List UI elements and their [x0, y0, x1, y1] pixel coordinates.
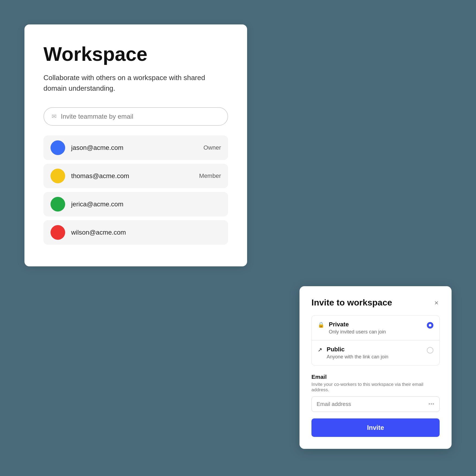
workspace-title: Workspace	[43, 43, 228, 65]
option-text: PublicAnyone with the link can join	[327, 346, 423, 360]
option-label: Public	[327, 346, 423, 353]
privacy-options: 🔒PrivateOnly invited users can join↗Publ…	[311, 315, 440, 365]
option-description: Anyone with the link can join	[327, 354, 423, 360]
member-row: jason@acme.comOwner	[43, 135, 228, 160]
avatar	[51, 197, 65, 212]
avatar	[51, 169, 65, 183]
modal-header: Invite to workspace ×	[311, 298, 440, 308]
member-email: jerica@acme.com	[71, 200, 221, 208]
email-label: Email	[311, 374, 440, 380]
workspace-subtitle: Collaborate with others on a workspace w…	[43, 72, 228, 94]
invite-modal: Invite to workspace × 🔒PrivateOnly invit…	[300, 286, 452, 449]
email-address-input[interactable]	[317, 401, 425, 407]
radio-button[interactable]	[427, 322, 433, 329]
modal-close-button[interactable]: ×	[433, 298, 440, 307]
option-description: Only invited users can join	[329, 329, 423, 335]
privacy-option-private[interactable]: 🔒PrivateOnly invited users can join	[312, 316, 439, 341]
mail-icon: ✉	[52, 113, 56, 120]
member-email: wilson@acme.com	[71, 229, 221, 236]
share-icon: ↗	[318, 346, 322, 353]
invite-input-wrapper[interactable]: ✉	[43, 107, 228, 126]
avatar	[51, 140, 65, 155]
invite-email-input[interactable]	[61, 113, 220, 120]
member-email: thomas@acme.com	[71, 172, 193, 180]
invite-button[interactable]: Invite	[311, 418, 440, 437]
member-list: jason@acme.comOwnerthomas@acme.comMember…	[43, 135, 228, 245]
option-label: Private	[329, 321, 423, 328]
member-role: Member	[199, 172, 221, 179]
member-role: Owner	[203, 144, 221, 151]
radio-button[interactable]	[427, 347, 433, 354]
dots-icon: •••	[428, 401, 434, 407]
modal-title: Invite to workspace	[311, 298, 392, 308]
email-input-wrapper[interactable]: •••	[311, 396, 440, 412]
avatar	[51, 225, 65, 240]
lock-icon: 🔒	[318, 321, 324, 328]
member-row: jerica@acme.com	[43, 192, 228, 216]
member-row: thomas@acme.comMember	[43, 164, 228, 188]
email-section: Email Invite your co-workers to this wor…	[311, 374, 440, 412]
option-text: PrivateOnly invited users can join	[329, 321, 423, 335]
workspace-card: Workspace Collaborate with others on a w…	[24, 24, 247, 266]
email-sublabel: Invite your co-workers to this workspace…	[311, 382, 440, 393]
member-email: jason@acme.com	[71, 144, 197, 152]
member-row: wilson@acme.com	[43, 220, 228, 245]
privacy-option-public[interactable]: ↗PublicAnyone with the link can join	[312, 341, 439, 365]
